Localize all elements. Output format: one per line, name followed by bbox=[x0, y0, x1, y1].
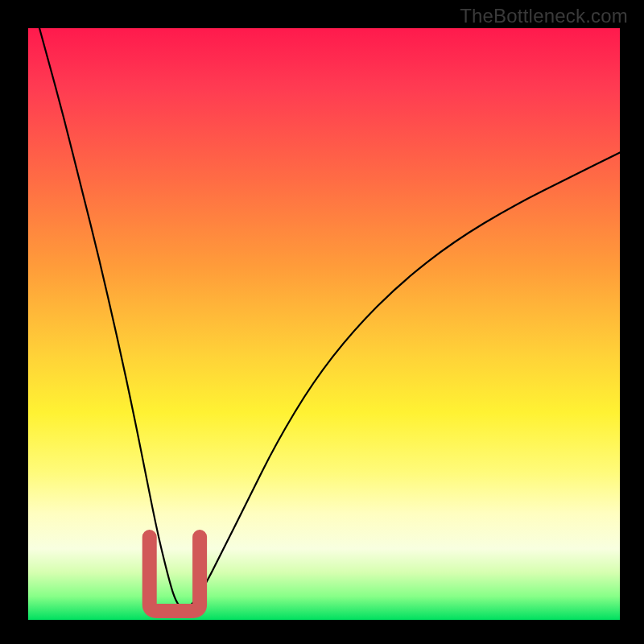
chart-frame: TheBottleneck.com bbox=[0, 0, 644, 644]
bottleneck-curve bbox=[28, 0, 620, 608]
optimal-zone-marker bbox=[150, 537, 200, 611]
chart-svg bbox=[28, 28, 620, 620]
watermark-text: TheBottleneck.com bbox=[460, 5, 628, 27]
plot-area bbox=[28, 28, 620, 620]
